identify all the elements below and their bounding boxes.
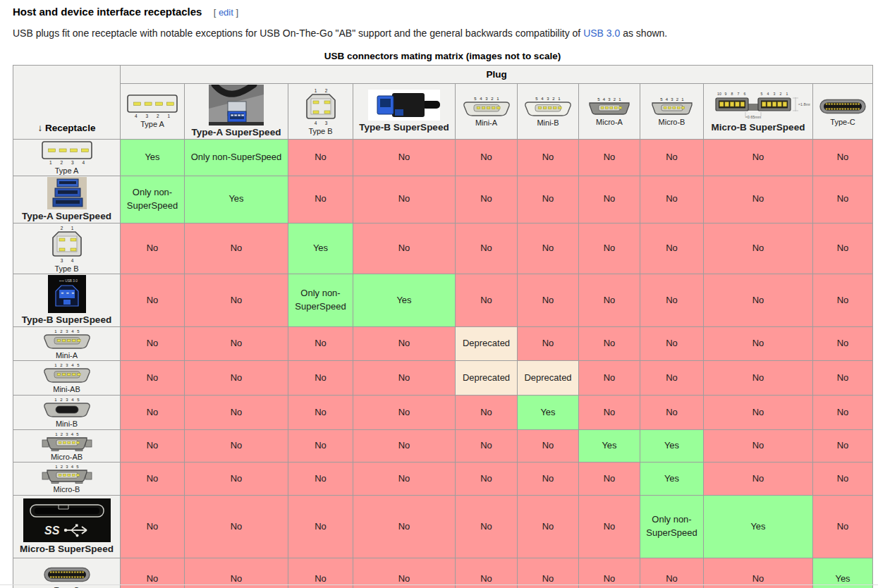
type-b-superspeed-plug-image[interactable]: Type-B SuperSpeed [355, 90, 453, 133]
row-header-type-b: 21 34Type B [13, 223, 121, 274]
matrix-cell: No [579, 326, 640, 361]
matrix-cell: No [121, 361, 185, 396]
svg-text:1: 1 [496, 97, 499, 101]
svg-text:4: 4 [603, 97, 606, 102]
type-a-receptacle-image[interactable]: 1234Type A [15, 140, 118, 176]
plug-axis-header: Plug [121, 66, 873, 84]
usb3-link[interactable]: USB 3.0 [583, 27, 620, 39]
type-b-superspeed-receptacle-image[interactable]: ⟷ USB 3.0 Type-B SuperSpeed [15, 275, 118, 326]
mini-ab-receptacle-image[interactable]: 12345 Mini-AB [15, 362, 118, 394]
edit-link[interactable]: edit [219, 7, 233, 18]
type-c-plug-label: Type-C [830, 118, 855, 127]
svg-text:3: 3 [608, 97, 611, 102]
matrix-cell: No [353, 139, 456, 176]
svg-text:3: 3 [324, 121, 327, 125]
svg-text:3: 3 [66, 363, 68, 367]
micro-b-superspeed-plug-image[interactable]: 10987654321 ≈1.8mm ≈0.65mmMicro-B SuperS… [705, 90, 811, 133]
matrix-cell: No [640, 139, 704, 176]
mini-b-receptacle-image[interactable]: 12345 Mini-B [15, 396, 118, 429]
matrix-cell: No [518, 558, 579, 588]
type-b-plug-image[interactable]: 12 43Type B [290, 87, 351, 136]
micro-a-plug-image[interactable]: 54321 Micro-A [580, 96, 638, 127]
svg-text:3: 3 [485, 97, 488, 101]
matrix-cell: No [121, 429, 185, 463]
svg-text:5: 5 [76, 465, 79, 469]
type-b-receptacle-image[interactable]: 21 34Type B [15, 224, 118, 274]
type-a-receptacle-label: Type A [55, 166, 79, 176]
receptacle-axis-header: ↓ Receptacle [13, 66, 121, 140]
matrix-cell: No [640, 223, 704, 274]
row-header-mini-b: 12345 Mini-B [13, 396, 121, 430]
svg-text:2: 2 [60, 432, 63, 436]
matrix-cell: No [579, 176, 640, 223]
matrix-cell: No [813, 274, 873, 327]
svg-text:5: 5 [660, 97, 663, 102]
type-a-superspeed-plug-image[interactable]: Type-A SuperSpeed [186, 85, 286, 138]
matrix-cell: No [456, 463, 518, 496]
row-header-mini-ab: 12345 Mini-AB [13, 361, 121, 396]
svg-text:4: 4 [135, 114, 138, 118]
svg-text:3: 3 [774, 92, 776, 96]
matrix-cell: No [518, 223, 579, 274]
svg-text:1: 1 [786, 92, 788, 96]
type-a-plug-image[interactable]: 4321Type A [122, 94, 183, 129]
matrix-cell: No [121, 558, 185, 588]
svg-text:4: 4 [480, 97, 482, 101]
matrix-cell: No [456, 223, 518, 274]
mini-a-receptacle-image[interactable]: 12345 Mini-A [15, 328, 118, 360]
micro-b-superspeed-receptacle-image[interactable]: SS Micro-B SuperSpeed [15, 498, 118, 555]
matrix-cell: No [288, 558, 353, 588]
svg-text:7: 7 [738, 92, 740, 96]
micro-ab-receptacle-image[interactable]: 12345 Micro-AB [15, 431, 118, 462]
edit-bracket-close: ] [236, 7, 238, 18]
matrix-cell: Yes [640, 429, 704, 463]
edit-section: [ edit ] [214, 7, 238, 18]
matrix-cell: No [456, 429, 518, 463]
matrix-cell: No [456, 496, 518, 558]
svg-text:2: 2 [324, 88, 327, 93]
matrix-cell: No [353, 496, 456, 558]
matrix-cell: No [353, 429, 456, 463]
type-c-plug-image[interactable]: Type-C [815, 96, 871, 127]
matrix-cell: No [579, 496, 640, 558]
type-a-superspeed-receptacle-image[interactable]: Type-A SuperSpeed [15, 177, 118, 222]
svg-text:4: 4 [71, 465, 73, 469]
matrix-cell: No [640, 361, 704, 396]
svg-text:4: 4 [665, 97, 668, 102]
svg-text:2: 2 [60, 363, 63, 367]
matrix-cell: Yes [704, 496, 813, 558]
svg-text:1: 1 [54, 398, 57, 402]
svg-text:2: 2 [60, 398, 63, 402]
svg-text:1: 1 [167, 114, 170, 118]
mini-a-receptacle-label: Mini-A [56, 351, 78, 360]
matrix-cell: Only non-SuperSpeed [288, 274, 353, 327]
micro-b-plug-image[interactable]: 54321 Micro-B [642, 96, 702, 127]
matrix-cell: Yes [185, 176, 288, 223]
svg-text:≈1.8mm: ≈1.8mm [798, 102, 810, 106]
mini-b-plug-label: Mini-B [537, 118, 559, 128]
svg-text:2: 2 [491, 97, 494, 101]
matrix-cell: No [704, 558, 813, 588]
table-caption: USB connectors mating matrix (images not… [13, 51, 872, 61]
matrix-cell: No [518, 326, 579, 361]
micro-b-receptacle-image[interactable]: 12345 Micro-B [15, 463, 118, 494]
matrix-cell: No [185, 274, 288, 327]
matrix-cell: No [518, 496, 579, 558]
matrix-cell: No [185, 223, 288, 274]
svg-text:2: 2 [157, 114, 159, 118]
column-header-type-b-superspeed: Type-B SuperSpeed [353, 84, 456, 140]
matrix-cell: Only non-SuperSpeed [640, 496, 704, 558]
mini-b-plug-image[interactable]: 54321 Mini-B [519, 95, 577, 128]
type-b-receptacle-label: Type B [54, 264, 78, 274]
mini-a-plug-image[interactable]: 54321 Mini-A [457, 95, 516, 128]
matrix-cell: No [185, 361, 288, 396]
matrix-cell: No [579, 274, 640, 327]
matrix-cell: No [353, 396, 456, 430]
matrix-cell: No [704, 223, 813, 274]
svg-text:8: 8 [731, 92, 733, 96]
matrix-cell: No [704, 139, 813, 176]
svg-text:2: 2 [60, 329, 63, 333]
micro-b-plug-label: Micro-B [659, 118, 685, 127]
column-header-type-b: 12 43Type B [288, 84, 353, 140]
svg-text:3: 3 [66, 329, 68, 333]
